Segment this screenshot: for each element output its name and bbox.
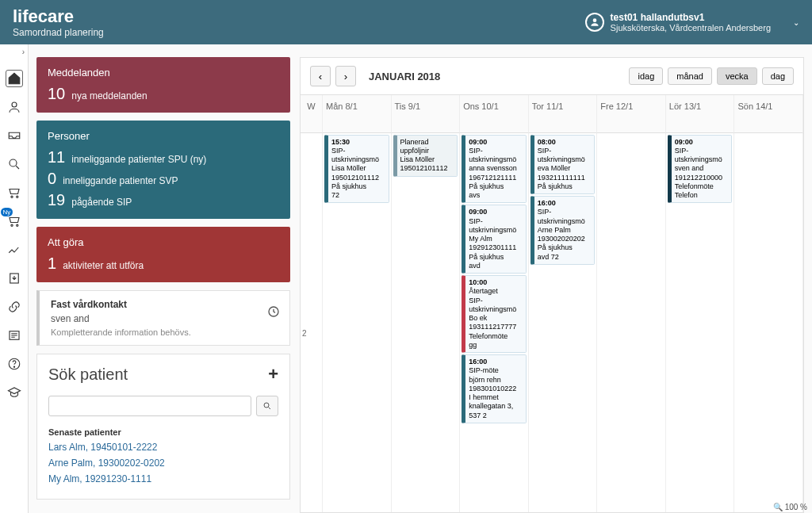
day-header: Fre 12/1 xyxy=(597,95,666,133)
attgora-card[interactable]: Att göra 1 aktiviteter att utföra xyxy=(36,227,290,282)
attgora-count: 1 xyxy=(48,255,56,273)
recent-patient-link[interactable]: Arne Palm, 19300202-0202 xyxy=(48,457,278,469)
svg-point-4 xyxy=(16,196,17,197)
calendar-event[interactable]: 09:00SIP-utskrivningsmöanna svensson1967… xyxy=(462,135,527,204)
day-header: Sön 14/1 xyxy=(734,95,803,133)
nav-inbox-icon[interactable] xyxy=(6,127,23,144)
nav-home-icon[interactable] xyxy=(6,70,23,87)
cal-view-today[interactable]: idag xyxy=(629,67,663,85)
day-column: 09:00SIP-utskrivningsmösven and191212210… xyxy=(666,133,735,513)
messages-title: Meddelanden xyxy=(48,67,279,78)
recent-title: Senaste patienter xyxy=(48,427,278,437)
cal-view-day[interactable]: dag xyxy=(762,67,794,85)
personer-title: Personer xyxy=(48,130,279,142)
personer-label: pågående SIP xyxy=(71,197,132,208)
calendar-event[interactable]: 09:00SIP-utskrivningsmöMy Alm19291230111… xyxy=(462,205,527,274)
day-column: 08:00SIP-utskrivningsmöeva Möller1932111… xyxy=(529,133,598,513)
nav-search-icon[interactable] xyxy=(6,155,23,173)
day-header: Tis 9/1 xyxy=(392,95,461,133)
nav-person-icon[interactable] xyxy=(6,98,23,116)
personer-label: inneliggande patienter SVP xyxy=(63,175,178,186)
day-column: Planerad uppföljnirLisa Möller1950121011… xyxy=(392,133,461,513)
nav-news-icon[interactable] xyxy=(6,327,23,344)
avatar xyxy=(585,13,604,32)
calendar: ‹ › JANUARI 2018 idag månad vecka dag WM… xyxy=(300,57,804,513)
svg-point-6 xyxy=(16,224,17,226)
calendar-event[interactable]: 16:00SIP-utskrivningsmöArne Palm19300202… xyxy=(530,196,596,265)
cal-prev-button[interactable]: ‹ xyxy=(310,66,331,86)
user-name: test01 hallandutbsv1 xyxy=(611,12,771,23)
search-title: Sök patient xyxy=(48,366,128,384)
app-subtitle: Samordnad planering xyxy=(13,27,104,38)
svg-point-1 xyxy=(12,102,17,107)
day-column xyxy=(597,133,666,513)
personer-card[interactable]: Personer 11inneliggande patienter SPU (n… xyxy=(36,121,290,219)
recent-list: Lars Alm, 19450101-2222Arne Palm, 193002… xyxy=(48,442,278,484)
fast-name: sven and xyxy=(51,313,278,324)
day-header: Tor 11/1 xyxy=(529,95,598,133)
week-header: W xyxy=(301,95,323,133)
svg-point-12 xyxy=(264,403,269,408)
day-header: Mån 8/1 xyxy=(323,95,392,133)
nav-cart-new-icon[interactable]: Ny xyxy=(6,212,23,230)
personer-label: inneliggande patienter SPU (ny) xyxy=(71,154,206,165)
nav-chart-icon[interactable] xyxy=(6,241,23,258)
attgora-label: aktiviteter att utföra xyxy=(63,260,144,271)
calendar-event[interactable]: 10:00ÅtertagetSIP-utskrivningsmöBo ek193… xyxy=(462,275,527,353)
day-column: 09:00SIP-utskrivningsmöanna svensson1967… xyxy=(460,133,529,513)
add-patient-button[interactable]: + xyxy=(268,364,278,385)
cal-title: JANUARI 2018 xyxy=(369,71,440,82)
svg-point-2 xyxy=(10,159,17,167)
app-logo: lifecare xyxy=(13,6,104,27)
chevron-down-icon: ⌄ xyxy=(793,18,799,27)
svg-point-3 xyxy=(10,196,12,197)
messages-card[interactable]: Meddelanden 10 nya meddelanden xyxy=(36,57,290,113)
cal-view-week[interactable]: vecka xyxy=(717,67,757,85)
calendar-grid: WMån 8/1Tis 9/1Ons 10/1Tor 11/1Fre 12/1L… xyxy=(301,94,803,512)
cal-view-month[interactable]: månad xyxy=(668,67,712,85)
day-header: Lör 13/1 xyxy=(666,95,735,133)
search-input[interactable] xyxy=(48,396,251,416)
badge-new: Ny xyxy=(1,208,13,216)
calendar-event[interactable]: Planerad uppföljnirLisa Möller1950121011… xyxy=(393,135,458,177)
calendar-event[interactable]: 16:00SIP-mötebjörn rehn198301010222I hem… xyxy=(462,354,527,423)
search-patient-card: Sök patient + Senaste patienter Lars Alm… xyxy=(36,354,290,500)
recent-patient-link[interactable]: My Alm, 19291230-1111 xyxy=(48,473,278,484)
personer-count: 19 xyxy=(48,191,65,209)
nav-graduate-icon[interactable] xyxy=(6,384,23,401)
zoom-level: 🔍 100 % xyxy=(773,503,807,511)
week-number: 2 xyxy=(301,133,323,513)
messages-label: nya meddelanden xyxy=(71,90,147,101)
user-role: Sjuksköterska, Vårdcentralen Andersberg xyxy=(611,23,771,33)
attgora-title: Att göra xyxy=(48,236,279,248)
nav-cart-icon[interactable] xyxy=(6,184,23,201)
fast-vardkontakt-card[interactable]: Fast vårdkontakt sven and Kompletterande… xyxy=(36,290,290,346)
calendar-event[interactable]: 08:00SIP-utskrivningsmöeva Möller1932111… xyxy=(530,135,596,195)
nav-export-icon[interactable] xyxy=(6,270,23,287)
search-button[interactable] xyxy=(256,396,278,416)
svg-point-0 xyxy=(592,18,596,22)
recent-patient-link[interactable]: Lars Alm, 19450101-2222 xyxy=(48,442,278,453)
calendar-event[interactable]: 15:30SIP-utskrivningsmöLisa Möller195012… xyxy=(324,135,389,204)
nav-help-icon[interactable] xyxy=(6,355,23,373)
fast-title: Fast vårdkontakt xyxy=(51,299,278,310)
cal-next-button[interactable]: › xyxy=(335,66,356,86)
svg-point-10 xyxy=(13,366,14,367)
svg-point-5 xyxy=(10,224,12,226)
calendar-event[interactable]: 09:00SIP-utskrivningsmösven and191212210… xyxy=(668,135,733,204)
fast-sub: Kompletterande information behövs. xyxy=(51,327,278,337)
nav-link-icon[interactable] xyxy=(6,298,23,316)
messages-count: 10 xyxy=(48,85,65,103)
logo-block: lifecare Samordnad planering xyxy=(13,6,104,38)
left-panel: Meddelanden 10 nya meddelanden Personer … xyxy=(36,57,290,513)
personer-count: 11 xyxy=(48,148,65,167)
personer-count: 0 xyxy=(48,170,56,188)
day-column: 15:30SIP-utskrivningsmöLisa Möller195012… xyxy=(323,133,392,513)
user-menu[interactable]: test01 hallandutbsv1 Sjuksköterska, Vård… xyxy=(585,12,799,33)
side-iconbar: › Ny xyxy=(0,44,29,513)
user-text: test01 hallandutbsv1 Sjuksköterska, Vård… xyxy=(611,12,771,33)
clock-icon xyxy=(267,305,280,321)
sidebar-toggle[interactable]: › xyxy=(0,48,28,59)
day-column xyxy=(734,133,803,513)
day-header: Ons 10/1 xyxy=(460,95,529,133)
